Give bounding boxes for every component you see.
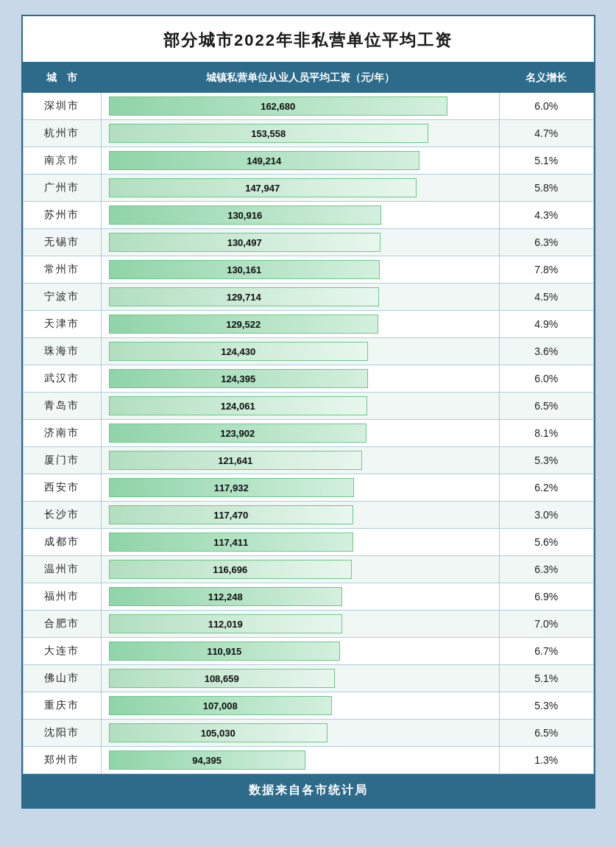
growth-cell: 6.0% bbox=[500, 93, 593, 120]
bar-value-label: 123,902 bbox=[220, 428, 255, 439]
bar-cell: 121,641 bbox=[101, 447, 499, 474]
growth-cell: 6.0% bbox=[500, 365, 593, 393]
growth-cell: 4.9% bbox=[500, 311, 593, 338]
city-cell: 长沙市 bbox=[23, 502, 101, 529]
bar-value-label: 112,019 bbox=[208, 619, 243, 630]
bar-value-label: 124,061 bbox=[221, 401, 255, 412]
bar-cell: 108,659 bbox=[101, 665, 499, 692]
page-title: 部分城市2022年非私营单位平均工资 bbox=[23, 16, 594, 63]
growth-cell: 5.1% bbox=[500, 665, 593, 692]
bar-value-label: 117,411 bbox=[213, 537, 248, 548]
bar-cell: 149,214 bbox=[101, 147, 499, 175]
city-cell: 南京市 bbox=[23, 147, 101, 175]
city-cell: 济南市 bbox=[23, 420, 101, 447]
growth-cell: 5.1% bbox=[500, 147, 593, 175]
growth-cell: 6.5% bbox=[500, 720, 593, 747]
bar-value-label: 124,430 bbox=[221, 346, 255, 357]
city-cell: 厦门市 bbox=[23, 447, 101, 474]
city-cell: 天津市 bbox=[23, 311, 101, 338]
city-cell: 西安市 bbox=[23, 474, 101, 502]
city-cell: 无锡市 bbox=[23, 229, 101, 256]
growth-cell: 4.5% bbox=[500, 284, 593, 311]
city-cell: 武汉市 bbox=[23, 365, 101, 393]
growth-cell: 6.3% bbox=[500, 556, 593, 583]
bar-cell: 94,395 bbox=[101, 747, 499, 774]
bar-cell: 129,714 bbox=[101, 284, 499, 311]
bar-value-label: 110,915 bbox=[207, 646, 241, 657]
city-cell: 宁波市 bbox=[23, 284, 101, 311]
city-cell: 成都市 bbox=[23, 529, 101, 556]
growth-cell: 4.3% bbox=[500, 202, 593, 229]
city-cell: 杭州市 bbox=[23, 120, 101, 147]
header-city: 城 市 bbox=[23, 64, 101, 93]
growth-cell: 3.6% bbox=[500, 338, 593, 365]
bar-cell: 130,916 bbox=[101, 202, 499, 229]
bar-cell: 116,696 bbox=[101, 556, 499, 583]
bar-cell: 153,558 bbox=[101, 120, 499, 147]
city-cell: 苏州市 bbox=[23, 202, 101, 229]
bar-value-label: 130,161 bbox=[227, 264, 261, 275]
city-cell: 广州市 bbox=[23, 175, 101, 202]
bar-value-label: 107,008 bbox=[203, 700, 238, 711]
growth-cell: 6.2% bbox=[500, 474, 593, 502]
city-cell: 沈阳市 bbox=[23, 720, 101, 747]
bar-value-label: 117,932 bbox=[214, 482, 249, 493]
city-cell: 重庆市 bbox=[23, 692, 101, 720]
bar-cell: 112,248 bbox=[101, 583, 499, 611]
bar-value-label: 130,916 bbox=[227, 210, 262, 221]
bar-value-label: 147,947 bbox=[245, 183, 280, 194]
bar-cell: 162,680 bbox=[101, 93, 499, 120]
bar-value-label: 112,248 bbox=[208, 591, 243, 602]
bar-cell: 124,061 bbox=[101, 393, 499, 420]
city-cell: 合肥市 bbox=[23, 611, 101, 638]
bar-cell: 110,915 bbox=[101, 638, 499, 665]
bar-cell: 130,497 bbox=[101, 229, 499, 256]
growth-cell: 5.3% bbox=[500, 692, 593, 720]
bar-value-label: 149,214 bbox=[247, 155, 281, 166]
bar-cell: 130,161 bbox=[101, 256, 499, 284]
bar-cell: 117,932 bbox=[101, 474, 499, 502]
bar-value-label: 124,395 bbox=[221, 373, 255, 384]
bar-value-label: 108,659 bbox=[205, 673, 239, 684]
growth-cell: 6.7% bbox=[500, 638, 593, 665]
bar-value-label: 116,696 bbox=[213, 564, 247, 575]
city-cell: 佛山市 bbox=[23, 665, 101, 692]
city-cell: 福州市 bbox=[23, 583, 101, 611]
bar-cell: 123,902 bbox=[101, 420, 499, 447]
city-cell: 青岛市 bbox=[23, 393, 101, 420]
growth-cell: 6.3% bbox=[500, 229, 593, 256]
growth-cell: 6.5% bbox=[500, 393, 593, 420]
bar-value-label: 94,395 bbox=[192, 755, 222, 766]
city-cell: 郑州市 bbox=[23, 747, 101, 774]
growth-cell: 8.1% bbox=[500, 420, 593, 447]
header-salary: 城镇私营单位从业人员平均工资（元/年） bbox=[101, 64, 499, 93]
bar-cell: 129,522 bbox=[101, 311, 499, 338]
bar-value-label: 121,641 bbox=[218, 455, 252, 466]
header-growth: 名义增长 bbox=[500, 64, 593, 93]
city-cell: 常州市 bbox=[23, 256, 101, 284]
growth-cell: 7.8% bbox=[500, 256, 593, 284]
bar-value-label: 130,497 bbox=[227, 237, 262, 248]
bar-cell: 105,030 bbox=[101, 720, 499, 747]
bar-value-label: 105,030 bbox=[201, 728, 236, 739]
bar-value-label: 129,714 bbox=[227, 292, 261, 303]
growth-cell: 7.0% bbox=[500, 611, 593, 638]
data-table: 城 市 城镇私营单位从业人员平均工资（元/年） 名义增长 深圳市162,6806… bbox=[23, 63, 594, 774]
bar-value-label: 162,680 bbox=[261, 101, 295, 112]
city-cell: 珠海市 bbox=[23, 338, 101, 365]
bar-cell: 107,008 bbox=[101, 692, 499, 720]
city-cell: 大连市 bbox=[23, 638, 101, 665]
growth-cell: 1.3% bbox=[500, 747, 593, 774]
footer: 数据来自各市统计局 bbox=[23, 774, 594, 807]
bar-cell: 147,947 bbox=[101, 175, 499, 202]
growth-cell: 5.3% bbox=[500, 447, 593, 474]
growth-cell: 4.7% bbox=[500, 120, 593, 147]
bar-cell: 124,430 bbox=[101, 338, 499, 365]
growth-cell: 5.8% bbox=[500, 175, 593, 202]
bar-cell: 117,411 bbox=[101, 529, 499, 556]
city-cell: 温州市 bbox=[23, 556, 101, 583]
bar-cell: 112,019 bbox=[101, 611, 499, 638]
bar-value-label: 153,558 bbox=[251, 128, 286, 139]
bar-value-label: 117,470 bbox=[213, 510, 248, 521]
bar-cell: 117,470 bbox=[101, 502, 499, 529]
